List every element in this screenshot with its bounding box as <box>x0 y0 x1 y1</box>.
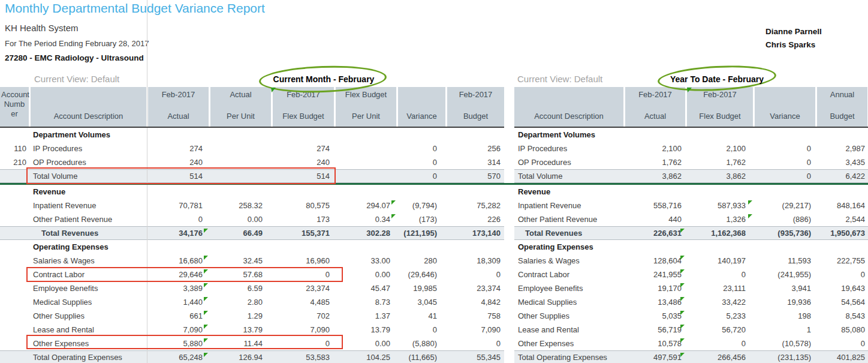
value-cell: 75,282 <box>447 199 504 212</box>
value-cell: 0 <box>755 155 815 169</box>
account-number-cell <box>0 128 29 142</box>
value-cell: 401,825 <box>817 351 867 363</box>
highlight-rect-total-volume <box>26 167 336 184</box>
value-cell: 173,140 <box>447 227 504 239</box>
value-cell: 5,233 <box>687 309 753 323</box>
account-description-cell: Total Revenues <box>31 227 146 239</box>
value-cell: 55,345 <box>447 351 504 363</box>
value-cell: 70,781 <box>148 199 209 212</box>
account-description-cell: Lease and Rental <box>514 323 623 337</box>
account-description-cell: IP Procedures <box>514 142 623 155</box>
preparer-name-2: Chris Sparks <box>765 38 822 52</box>
value-cell: 6,422 <box>817 170 867 182</box>
current-month-table: AccountNumberAccount DescriptionFeb-2017… <box>0 87 504 363</box>
table-row: Medical Supplies13,48633,42219,93654,564 <box>514 295 868 309</box>
value-cell: 702 <box>273 309 334 323</box>
value-cell: 33,422 <box>687 295 753 309</box>
value-cell: 497,591 <box>625 351 685 363</box>
value-cell: 2,987 <box>817 142 867 155</box>
account-description-cell: Inpatient Revenue <box>31 199 146 212</box>
table-row: Other Expenses10,5780(10,578)0 <box>514 337 868 350</box>
value-cell: 8,543 <box>817 309 867 323</box>
account-description-cell: Department Volumes <box>31 128 146 142</box>
account-number-cell <box>0 295 29 309</box>
account-description-cell: Inpatient Revenue <box>514 199 623 212</box>
value-cell: 5,035 <box>625 309 685 323</box>
value-cell: (241,955) <box>755 268 815 281</box>
account-description-cell: Salaries & Wages <box>514 254 623 268</box>
value-cell <box>336 155 396 169</box>
account-description-cell: Department Volumes <box>514 128 623 142</box>
comment-flag-icon <box>204 256 208 260</box>
comment-flag-icon <box>204 283 208 287</box>
account-number-cell: 210 <box>0 155 29 169</box>
account-description-cell: Operating Expenses <box>31 240 146 254</box>
value-cell: 0.00 <box>336 268 396 281</box>
value-cell: 661 <box>148 309 209 323</box>
value-cell: (10,578) <box>755 337 815 350</box>
value-cell: (173) <box>398 212 445 226</box>
account-description-cell: Total Revenues <box>514 227 623 239</box>
value-cell: 8.73 <box>336 295 396 309</box>
value-cell: 7,090 <box>447 323 504 337</box>
value-cell: 0 <box>447 337 504 350</box>
value-cell: 1 <box>755 323 815 337</box>
section-row: Department Volumes <box>514 128 868 142</box>
column-header: Variance <box>755 87 815 127</box>
value-cell: 0 <box>687 268 753 281</box>
value-cell: (29,217) <box>755 199 815 212</box>
comment-flag-icon <box>748 200 752 205</box>
account-description-cell: Total Operating Expenses <box>31 351 146 363</box>
value-cell: 0.00 <box>210 212 271 226</box>
account-number-cell <box>0 351 29 363</box>
value-cell: 0.34 <box>336 212 396 226</box>
table-row: Employee Benefits19,17023,1113,94119,643 <box>514 281 868 295</box>
table-row: Contract Labor241,9550(241,955)0 <box>514 268 868 281</box>
value-cell: 758 <box>447 309 504 323</box>
value-cell: (886) <box>755 212 815 226</box>
value-cell: 1,162,368 <box>687 227 753 239</box>
account-number-cell: 110 <box>0 142 29 155</box>
total-row: Total Volume3,8623,86206,422 <box>514 169 868 183</box>
value-cell: 19,936 <box>755 295 815 309</box>
value-cell: 11,593 <box>755 254 815 268</box>
highlight-rect-other-expenses <box>26 335 343 349</box>
value-cell: 3,045 <box>398 295 445 309</box>
account-number-cell <box>0 309 29 323</box>
value-cell: 155,371 <box>273 227 334 239</box>
value-cell: (935,736) <box>755 227 815 239</box>
current-month-section-label: Current Month - February <box>258 74 390 84</box>
column-header: Feb-2017Budget <box>447 87 504 127</box>
column-header: Feb-2017Flex Budget <box>687 87 753 127</box>
value-cell: 302.28 <box>336 227 396 239</box>
value-cell: 848,164 <box>817 199 867 212</box>
value-cell: 0 <box>755 170 815 182</box>
value-cell: 314 <box>447 155 504 169</box>
table-row: Inpatient Revenue558,716587,933(29,217)8… <box>514 199 868 212</box>
value-cell: 19,170 <box>625 281 685 295</box>
current-view-label-right: Current View: Default <box>517 74 602 84</box>
value-cell: 570 <box>447 170 504 182</box>
table-header-row: AccountNumberAccount DescriptionFeb-2017… <box>0 87 504 127</box>
value-cell: 1,762 <box>687 155 753 169</box>
budget-variance-report-page: Monthly Departmental Budget Variance Rep… <box>0 0 868 363</box>
value-cell: 266,456 <box>687 351 753 363</box>
value-cell: 66.49 <box>210 227 271 239</box>
value-cell: 18,309 <box>447 254 504 268</box>
table-row: Salaries & Wages16,68032.4516,96033.0028… <box>0 254 504 268</box>
comment-flag-icon <box>204 353 208 357</box>
column-header: Account Description <box>31 87 146 127</box>
account-number-cell <box>0 268 29 281</box>
value-cell: 34,176 <box>148 227 209 239</box>
value-cell: 56,719 <box>625 323 685 337</box>
value-cell: 0.00 <box>336 337 396 350</box>
value-cell: 140,197 <box>687 254 753 268</box>
value-cell: 258.32 <box>210 199 271 212</box>
comment-flag-icon <box>204 297 208 301</box>
table-row: IP Procedures2,1002,10002,987 <box>514 142 868 155</box>
column-header: AccountNumber <box>0 87 29 127</box>
section-row: Department Volumes <box>0 128 504 142</box>
value-cell: 54,564 <box>817 295 867 309</box>
value-cell: 3,435 <box>817 155 867 169</box>
value-cell: 1.37 <box>336 309 396 323</box>
